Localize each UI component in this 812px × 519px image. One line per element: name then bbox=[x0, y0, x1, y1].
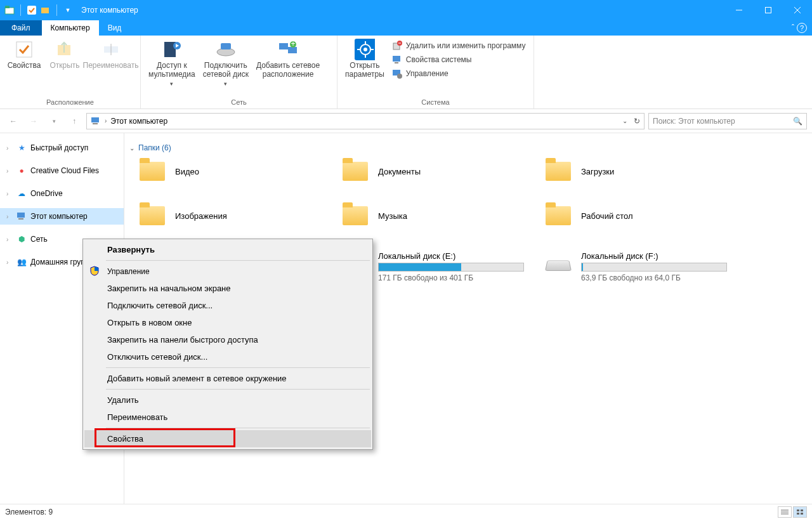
folder-downloads[interactable]: Загрузки bbox=[544, 157, 741, 185]
nav-back-button[interactable]: ← bbox=[5, 113, 22, 129]
address-bar-row: ← → ▾ ↑ › Этот компьютер ⌄ ↻ 🔍 bbox=[0, 109, 812, 133]
address-dropdown-icon[interactable]: ⌄ bbox=[622, 117, 627, 124]
ctx-disconnect-drive[interactable]: Отключить сетевой диск... bbox=[84, 348, 371, 365]
folder-music[interactable]: Музыка bbox=[341, 202, 538, 230]
pc-icon bbox=[91, 116, 101, 126]
refresh-icon[interactable]: ↻ bbox=[634, 117, 640, 126]
drive-f[interactable]: Локальный диск (F:) 63,9 ГБ свободно из … bbox=[544, 251, 741, 282]
context-menu: Развернуть Управление Закрепить на начал… bbox=[82, 239, 373, 450]
homegroup-icon: 👥 bbox=[16, 257, 27, 267]
folder-desktop[interactable]: Рабочий стол bbox=[544, 202, 741, 230]
cloud-icon: ● bbox=[16, 166, 27, 176]
ctx-rename[interactable]: Переименовать bbox=[84, 409, 371, 426]
view-details-button[interactable] bbox=[778, 506, 792, 518]
minimize-button[interactable] bbox=[724, 0, 754, 20]
svg-rect-36 bbox=[17, 213, 25, 218]
svg-rect-30 bbox=[393, 56, 400, 62]
ribbon-uninstall-button[interactable]: Удалить или изменить программу bbox=[388, 39, 530, 52]
svg-rect-8 bbox=[16, 42, 32, 57]
ribbon-sysprops-button[interactable]: Свойства системы bbox=[388, 53, 530, 66]
svg-rect-1 bbox=[5, 6, 10, 8]
shield-icon bbox=[89, 266, 100, 276]
network-icon: ⬢ bbox=[16, 234, 27, 244]
ribbon-group-network: Сеть bbox=[145, 97, 333, 108]
ribbon-group-system: Система bbox=[341, 97, 530, 108]
search-box[interactable]: 🔍 bbox=[648, 113, 807, 129]
svg-rect-43 bbox=[797, 513, 799, 515]
help-icon[interactable]: ? bbox=[797, 23, 807, 33]
svg-rect-37 bbox=[18, 218, 23, 220]
svg-point-33 bbox=[397, 74, 402, 79]
ribbon-open-button: Открыть bbox=[44, 37, 85, 72]
svg-rect-3 bbox=[41, 8, 49, 13]
ribbon-open-settings-button[interactable]: Открыть параметры bbox=[341, 37, 388, 82]
nav-forward-button: → bbox=[25, 113, 42, 129]
view-icons-button[interactable] bbox=[793, 506, 807, 518]
tab-view[interactable]: Вид bbox=[99, 20, 131, 36]
breadcrumb[interactable]: Этот компьютер bbox=[110, 117, 167, 126]
svg-rect-34 bbox=[91, 117, 99, 122]
tab-file[interactable]: Файл bbox=[0, 20, 42, 36]
qat-dropdown-icon[interactable]: ▼ bbox=[62, 4, 74, 16]
ctx-pin-start[interactable]: Закрепить на начальном экране bbox=[84, 280, 371, 297]
svg-text:+: + bbox=[291, 41, 296, 48]
ribbon: Свойства Открыть Переименовать Расположе… bbox=[0, 36, 812, 109]
sidebar-creative-cloud[interactable]: ›●Creative Cloud Files bbox=[0, 162, 124, 179]
ctx-expand[interactable]: Развернуть bbox=[84, 241, 371, 258]
window-title: Этот компьютер bbox=[81, 6, 138, 15]
ribbon-rename-button: Переименовать bbox=[85, 37, 136, 72]
svg-rect-42 bbox=[801, 509, 803, 511]
svg-rect-0 bbox=[5, 8, 14, 14]
sidebar-this-pc[interactable]: ›Этот компьютер bbox=[0, 208, 124, 225]
close-button[interactable] bbox=[783, 0, 812, 20]
svg-rect-5 bbox=[766, 8, 771, 13]
svg-rect-15 bbox=[221, 43, 231, 49]
svg-rect-31 bbox=[395, 62, 398, 63]
svg-point-22 bbox=[363, 48, 367, 51]
folder-videos[interactable]: Видео bbox=[138, 157, 335, 185]
search-input[interactable] bbox=[653, 117, 789, 126]
onedrive-icon: ☁ bbox=[16, 188, 27, 199]
nav-recent-button[interactable]: ▾ bbox=[46, 113, 62, 129]
svg-rect-2 bbox=[27, 6, 36, 15]
ctx-manage[interactable]: Управление bbox=[84, 263, 371, 280]
nav-up-button[interactable]: ↑ bbox=[66, 113, 82, 129]
ctx-open-new-window[interactable]: Открыть в новом окне bbox=[84, 314, 371, 331]
folder-documents[interactable]: Документы bbox=[341, 157, 538, 185]
status-bar: Элементов: 9 bbox=[0, 504, 812, 519]
ribbon-media-access-button[interactable]: Доступ к мультимедиа ▾ bbox=[145, 37, 199, 89]
group-header-folders[interactable]: ⌄ Папки (6) bbox=[129, 141, 812, 157]
maximize-button[interactable] bbox=[754, 0, 783, 20]
ctx-delete[interactable]: Удалить bbox=[84, 391, 371, 409]
ribbon-collapse-icon[interactable]: ˆ bbox=[792, 23, 794, 32]
svg-rect-41 bbox=[797, 509, 799, 511]
ctx-pin-quick[interactable]: Закрепить на панели быстрого доступа bbox=[84, 331, 371, 348]
ctx-map-drive[interactable]: Подключить сетевой диск... bbox=[84, 297, 371, 314]
search-icon[interactable]: 🔍 bbox=[793, 117, 802, 126]
status-item-count: Элементов: 9 bbox=[5, 508, 53, 516]
sidebar-onedrive[interactable]: ›☁OneDrive bbox=[0, 185, 124, 202]
qat-newfolder-icon[interactable] bbox=[40, 4, 51, 16]
star-icon: ★ bbox=[16, 143, 27, 153]
ribbon-map-drive-button[interactable]: Подключить сетевой диск ▾ bbox=[199, 37, 252, 89]
folder-pictures[interactable]: Изображения bbox=[138, 202, 335, 230]
ribbon-group-location: Расположение bbox=[4, 97, 136, 108]
ribbon-tabs: Файл Компьютер Вид ˆ ? bbox=[0, 20, 812, 36]
pc-icon bbox=[16, 211, 27, 221]
tab-computer[interactable]: Компьютер bbox=[42, 20, 99, 36]
chevron-right-icon[interactable]: › bbox=[105, 117, 107, 124]
svg-rect-16 bbox=[279, 43, 288, 49]
ctx-properties[interactable]: Свойства bbox=[84, 430, 371, 447]
address-bar[interactable]: › Этот компьютер ⌄ ↻ bbox=[86, 113, 645, 129]
qat-properties-icon[interactable] bbox=[26, 4, 37, 16]
ribbon-add-netloc-button[interactable]: + Добавить сетевое расположение bbox=[252, 37, 324, 82]
chevron-down-icon: ⌄ bbox=[129, 145, 134, 152]
ctx-add-netplace[interactable]: Добавить новый элемент в сетевое окружен… bbox=[84, 370, 371, 387]
svg-rect-35 bbox=[93, 123, 98, 124]
sidebar-quick-access[interactable]: ›★Быстрый доступ bbox=[0, 140, 124, 156]
svg-rect-44 bbox=[801, 513, 803, 515]
app-icon bbox=[4, 4, 15, 16]
ribbon-manage-button[interactable]: Управление bbox=[388, 67, 530, 80]
ribbon-properties-button[interactable]: Свойства bbox=[4, 37, 44, 72]
title-bar: ▼ Этот компьютер bbox=[0, 0, 812, 20]
